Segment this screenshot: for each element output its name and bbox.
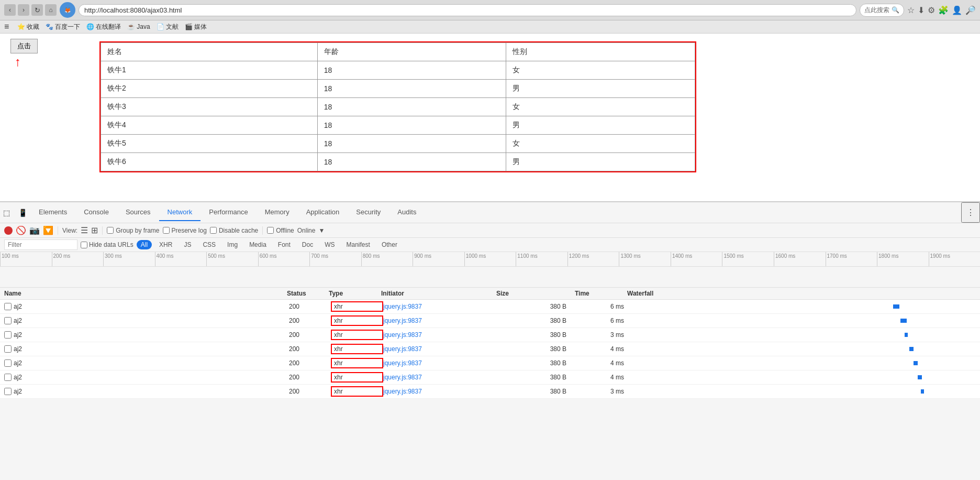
network-row[interactable]: aj2200xhrjquery.js:9837380 B4 ms: [0, 342, 980, 356]
network-row[interactable]: aj2200xhrjquery.js:9837380 B4 ms: [0, 370, 980, 385]
network-row[interactable]: aj2200xhrjquery.js:9837380 B3 ms: [0, 328, 980, 342]
bookmark-star-icon[interactable]: ☆: [907, 5, 915, 15]
row-initiator[interactable]: jquery.js:9837: [383, 331, 498, 339]
hide-data-urls-checkbox[interactable]: Hide data URLs: [81, 241, 133, 248]
filter-button[interactable]: 🔽: [43, 225, 53, 235]
record-button[interactable]: [4, 226, 13, 235]
device-toolbar-button[interactable]: 📱: [15, 205, 30, 220]
tab-elements[interactable]: Elements: [30, 204, 75, 221]
type-manifest-button[interactable]: Manifest: [342, 240, 374, 249]
hide-data-urls-input[interactable]: [81, 242, 87, 248]
offline-checkbox[interactable]: Offline: [267, 227, 294, 234]
col-header-initiator[interactable]: Initiator: [381, 290, 496, 297]
col-header-size[interactable]: Size: [496, 290, 575, 297]
type-other-button[interactable]: Other: [377, 240, 402, 249]
bookmark-baidu[interactable]: 🐾 百度一下: [46, 23, 80, 31]
java-icon: ☕: [127, 23, 135, 30]
preserve-log-label: Preserve log: [172, 227, 207, 234]
row-checkbox[interactable]: [4, 317, 12, 324]
search-label: 点此搜索: [864, 6, 889, 15]
type-ws-button[interactable]: WS: [320, 240, 339, 249]
nav-buttons: ‹ › ↻ ⌂: [4, 4, 57, 16]
menu-button[interactable]: ≡: [4, 22, 9, 31]
disable-cache-input[interactable]: [210, 227, 217, 234]
click-button[interactable]: 点击: [10, 39, 38, 53]
timeline-tick: 1300 ms: [619, 252, 671, 267]
network-row[interactable]: aj2200xhrjquery.js:9837380 B3 ms: [0, 385, 980, 399]
type-all-button[interactable]: All: [137, 240, 152, 249]
network-row[interactable]: aj2200xhrjquery.js:9837380 B4 ms: [0, 356, 980, 370]
forward-button[interactable]: ›: [18, 4, 29, 16]
network-row[interactable]: aj2200xhrjquery.js:9837380 B6 ms: [0, 314, 980, 328]
row-time: 3 ms: [577, 331, 629, 339]
tab-network[interactable]: Network: [159, 204, 201, 221]
bookmark-translate[interactable]: 🌐 在线翻译: [86, 23, 121, 31]
row-checkbox[interactable]: [4, 359, 12, 367]
row-initiator[interactable]: jquery.js:9837: [383, 303, 498, 310]
tab-console[interactable]: Console: [75, 204, 117, 221]
row-initiator[interactable]: jquery.js:9837: [383, 374, 498, 381]
type-js-button[interactable]: JS: [180, 240, 195, 249]
tab-security[interactable]: Security: [348, 204, 389, 221]
network-row[interactable]: aj2200xhrjquery.js:9837380 B6 ms: [0, 300, 980, 314]
group-by-frame-input[interactable]: [107, 227, 114, 234]
row-initiator[interactable]: jquery.js:9837: [383, 317, 498, 324]
back-button[interactable]: ‹: [4, 4, 16, 16]
type-xhr-button[interactable]: XHR: [155, 240, 176, 249]
preserve-log-input[interactable]: [163, 227, 170, 234]
bookmark-literature[interactable]: 📄 文献: [157, 23, 179, 31]
screenshot-button[interactable]: 📷: [29, 225, 40, 235]
group-view-icon[interactable]: ⊞: [91, 225, 98, 235]
search-box[interactable]: 点此搜索 🔍: [860, 4, 904, 17]
type-img-button[interactable]: Img: [223, 240, 242, 249]
tab-audits[interactable]: Audits: [389, 204, 425, 221]
type-font-button[interactable]: Font: [274, 240, 295, 249]
col-header-gender: 性别: [506, 43, 695, 61]
download-icon[interactable]: ⬇: [918, 5, 925, 15]
preserve-log-checkbox[interactable]: Preserve log: [163, 227, 207, 234]
table-cell-3-1: 18: [317, 116, 506, 135]
zoom-icon[interactable]: 🔎: [965, 5, 976, 15]
list-view-icon[interactable]: ☰: [81, 225, 88, 235]
col-header-status[interactable]: Status: [287, 290, 329, 297]
bookmark-java[interactable]: ☕ Java: [127, 23, 150, 30]
col-header-waterfall[interactable]: Waterfall: [627, 290, 976, 297]
type-doc-button[interactable]: Doc: [298, 240, 317, 249]
type-css-button[interactable]: CSS: [198, 240, 220, 249]
row-type: xhr: [331, 372, 383, 383]
filter-input[interactable]: [4, 239, 77, 250]
home-button[interactable]: ⌂: [45, 4, 57, 16]
col-header-type[interactable]: Type: [329, 290, 381, 297]
row-checkbox[interactable]: [4, 345, 12, 353]
group-by-frame-checkbox[interactable]: Group by frame: [107, 227, 159, 234]
bookmark-favorites[interactable]: ⭐ 收藏: [17, 23, 39, 31]
settings-icon[interactable]: ⚙: [928, 5, 935, 15]
online-dropdown-icon[interactable]: ▼: [318, 227, 325, 234]
row-initiator[interactable]: jquery.js:9837: [383, 388, 498, 395]
row-checkbox[interactable]: [4, 303, 12, 310]
tab-sources[interactable]: Sources: [117, 204, 159, 221]
col-header-name[interactable]: Name: [4, 290, 287, 297]
type-media-button[interactable]: Media: [245, 240, 271, 249]
extension-icon[interactable]: 🧩: [938, 5, 949, 15]
row-checkbox[interactable]: [4, 388, 12, 395]
bookmark-media[interactable]: 🎬 媒体: [185, 23, 207, 31]
refresh-button[interactable]: ↻: [31, 4, 43, 16]
offline-input[interactable]: [267, 227, 274, 234]
devtools-menu-button[interactable]: ⋮: [961, 202, 980, 223]
select-element-button[interactable]: ⬚: [0, 205, 13, 220]
row-initiator[interactable]: jquery.js:9837: [383, 345, 498, 353]
col-header-time[interactable]: Time: [575, 290, 627, 297]
row-checkbox[interactable]: [4, 374, 12, 381]
tab-application[interactable]: Application: [298, 204, 348, 221]
search-icon: 🔍: [892, 6, 899, 14]
table-row: 铁牛318女: [101, 98, 695, 116]
tab-memory[interactable]: Memory: [257, 204, 298, 221]
disable-cache-checkbox[interactable]: Disable cache: [210, 227, 258, 234]
row-checkbox[interactable]: [4, 331, 12, 339]
user-icon[interactable]: 👤: [952, 5, 962, 15]
tab-performance[interactable]: Performance: [201, 204, 256, 221]
clear-button[interactable]: 🚫: [16, 225, 26, 235]
row-initiator[interactable]: jquery.js:9837: [383, 359, 498, 367]
address-bar[interactable]: [79, 4, 856, 16]
